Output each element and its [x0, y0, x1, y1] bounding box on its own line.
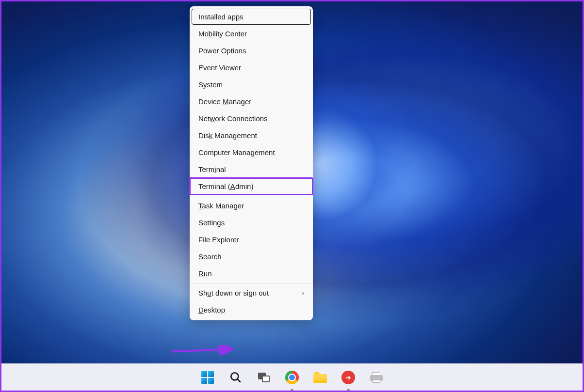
windows-logo-icon	[201, 371, 214, 384]
menu-item-event-viewer[interactable]: Event Viewer	[190, 59, 313, 76]
menu-item-label: Mobility Center	[198, 30, 247, 38]
menu-item-computer-management[interactable]: Computer Management	[190, 144, 313, 161]
annotation-arrow	[164, 345, 242, 355]
taskbar: ➜	[1, 363, 583, 391]
svg-point-2	[231, 373, 238, 380]
menu-item-label: Run	[198, 269, 212, 278]
menu-item-network-connections[interactable]: Network Connections	[190, 110, 313, 127]
menu-item-label: Disk Management	[198, 131, 257, 140]
menu-item-power-options[interactable]: Power Options	[190, 42, 313, 59]
menu-item-settings[interactable]: Settings	[190, 214, 313, 231]
printer-app[interactable]	[366, 367, 387, 388]
red-app-icon: ➜	[341, 371, 355, 384]
menu-item-label: Terminal	[198, 165, 226, 173]
file-explorer-app[interactable]	[310, 367, 330, 388]
menu-item-shut-down-or-sign-out[interactable]: Shut down or sign out›	[190, 284, 313, 301]
svg-line-3	[237, 379, 241, 382]
svg-line-1	[173, 349, 231, 351]
menu-item-disk-management[interactable]: Disk Management	[190, 127, 313, 144]
menu-separator	[190, 283, 313, 283]
menu-item-label: Desktop	[198, 306, 225, 314]
menu-item-label: Search	[198, 252, 222, 261]
menu-item-device-manager[interactable]: Device Manager	[190, 93, 313, 110]
menu-item-label: Task Manager	[198, 202, 244, 210]
taskview-button[interactable]	[254, 367, 274, 388]
menu-item-desktop[interactable]: Desktop	[190, 301, 313, 318]
menu-item-file-explorer[interactable]: File Explorer	[190, 231, 313, 248]
menu-item-label: Event Viewer	[198, 63, 241, 72]
winx-context-menu: Installed appsMobility CenterPower Optio…	[190, 6, 313, 320]
menu-item-label: File Explorer	[198, 235, 239, 244]
chevron-right-icon: ›	[302, 289, 304, 297]
menu-item-label: Installed apps	[198, 13, 243, 21]
menu-item-task-manager[interactable]: Task Manager	[190, 197, 313, 214]
red-app[interactable]: ➜	[338, 367, 358, 388]
menu-item-label: System	[198, 80, 223, 89]
menu-item-run[interactable]: Run	[190, 265, 313, 282]
menu-item-terminal-admin-[interactable]: Terminal (Admin)	[190, 178, 313, 195]
menu-item-label: Device Manager	[198, 97, 251, 106]
folder-icon	[313, 372, 327, 383]
menu-item-label: Network Connections	[198, 114, 268, 123]
menu-item-terminal[interactable]: Terminal	[190, 161, 313, 178]
menu-item-label: Shut down or sign out	[198, 289, 269, 297]
start-button[interactable]	[197, 367, 218, 388]
menu-item-label: Computer Management	[198, 148, 275, 157]
desktop-wallpaper: Installed appsMobility CenterPower Optio…	[1, 1, 583, 363]
taskview-icon	[258, 373, 270, 382]
menu-item-label: Settings	[198, 219, 225, 227]
menu-item-label: Terminal (Admin)	[198, 182, 253, 190]
menu-item-label: Power Options	[198, 47, 246, 55]
menu-item-mobility-center[interactable]: Mobility Center	[190, 25, 313, 42]
menu-item-search[interactable]: Search	[190, 248, 313, 265]
chrome-icon	[285, 371, 299, 384]
search-icon	[229, 371, 242, 384]
menu-item-system[interactable]: System	[190, 76, 313, 93]
search-button[interactable]	[226, 367, 246, 388]
chrome-app[interactable]	[282, 367, 302, 388]
menu-item-installed-apps[interactable]: Installed apps	[192, 9, 311, 25]
printer-icon	[370, 372, 383, 383]
menu-separator	[190, 196, 313, 196]
